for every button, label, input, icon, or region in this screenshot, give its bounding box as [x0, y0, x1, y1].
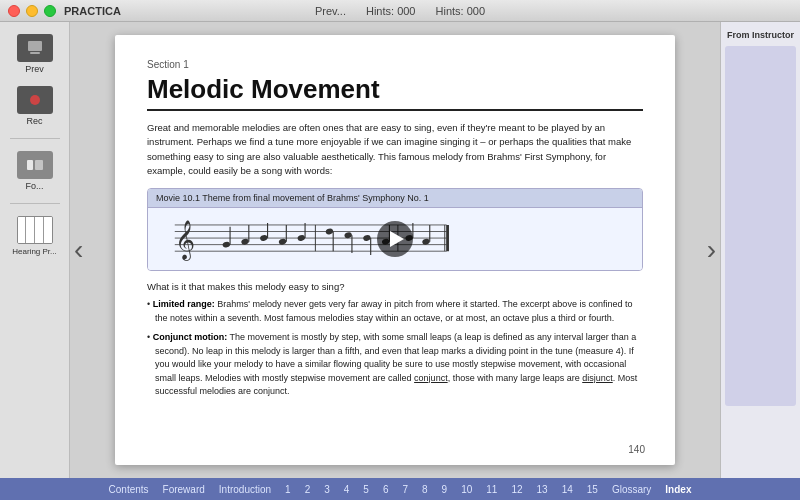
- nav-12[interactable]: 12: [508, 484, 525, 495]
- nav-14[interactable]: 14: [559, 484, 576, 495]
- record-icon: [17, 86, 53, 114]
- instructor-content-block: [725, 46, 796, 406]
- nav-11[interactable]: 11: [483, 484, 500, 495]
- svg-rect-4: [35, 160, 43, 170]
- app-name: PRACTICA: [64, 5, 121, 17]
- left-sidebar: Prev Rec Fo...: [0, 22, 70, 478]
- nav-10[interactable]: 10: [458, 484, 475, 495]
- title-bar: PRACTICA Prev... Hints: 000 Hints: 000: [0, 0, 800, 22]
- content-area: ‹ Section 1 Melodic Movement Great and m…: [70, 22, 720, 478]
- bullet-2-term: Conjunct motion:: [153, 332, 227, 342]
- svg-rect-0: [28, 41, 42, 51]
- svg-rect-3: [27, 160, 33, 170]
- sidebar-divider-2: [10, 203, 60, 204]
- nav-8[interactable]: 8: [419, 484, 431, 495]
- bullet-item-1: • Limited range: Brahms' melody never ge…: [147, 298, 643, 325]
- nav-15[interactable]: 15: [584, 484, 601, 495]
- main-container: Prev Rec Fo...: [0, 22, 800, 478]
- page-number: 140: [628, 444, 645, 455]
- title-bar-center: Prev... Hints: 000 Hints: 000: [315, 5, 485, 17]
- sidebar-item-hearing[interactable]: Hearing Pr...: [5, 212, 65, 260]
- music-box: Movie 10.1 Theme from final movement of …: [147, 188, 643, 271]
- from-instructor-label: From Instructor: [725, 30, 796, 40]
- svg-point-11: [222, 241, 231, 248]
- follow-icon: [17, 151, 53, 179]
- disjunct-term: disjunct: [582, 373, 613, 383]
- nav-contents[interactable]: Contents: [106, 484, 152, 495]
- play-icon: [390, 231, 404, 247]
- page-content: Section 1 Melodic Movement Great and mem…: [115, 35, 675, 465]
- next-page-button[interactable]: ›: [707, 234, 716, 266]
- nav-2[interactable]: 2: [302, 484, 314, 495]
- nav-4[interactable]: 4: [341, 484, 353, 495]
- nav-index[interactable]: Index: [662, 484, 694, 495]
- hints-label: Hints: 000: [435, 5, 485, 17]
- close-button[interactable]: [8, 5, 20, 17]
- page-title: Melodic Movement: [147, 74, 643, 111]
- nav-1[interactable]: 1: [282, 484, 294, 495]
- bullet-item-2: • Conjunct motion: The movement is mostl…: [147, 331, 643, 399]
- nav-foreward[interactable]: Foreward: [160, 484, 208, 495]
- prev-label: Prev...: [315, 5, 346, 17]
- conjunct-term: conjunct: [414, 373, 448, 383]
- sidebar-item-prev[interactable]: Prev: [5, 30, 65, 78]
- svg-rect-1: [30, 52, 40, 54]
- maximize-button[interactable]: [44, 5, 56, 17]
- svg-point-26: [363, 235, 372, 242]
- svg-point-15: [259, 235, 268, 242]
- traffic-lights: [8, 5, 56, 17]
- nav-5[interactable]: 5: [360, 484, 372, 495]
- movie-label: Movie 10.1 Theme from final movement of …: [148, 189, 642, 208]
- nav-3[interactable]: 3: [321, 484, 333, 495]
- next-label: Hints: 000: [366, 5, 416, 17]
- right-sidebar: From Instructor: [720, 22, 800, 478]
- sidebar-item-follow[interactable]: Fo...: [5, 147, 65, 195]
- prev-page-button[interactable]: ‹: [74, 234, 83, 266]
- bullet-1-term: Limited range:: [153, 299, 215, 309]
- nav-7[interactable]: 7: [399, 484, 411, 495]
- play-button[interactable]: [377, 221, 413, 257]
- intro-text: Great and memorable melodies are often o…: [147, 121, 643, 178]
- nav-6[interactable]: 6: [380, 484, 392, 495]
- svg-point-19: [297, 235, 306, 242]
- music-box-body: 𝄞: [148, 208, 642, 270]
- minimize-button[interactable]: [26, 5, 38, 17]
- piano-icon: [17, 216, 53, 244]
- nav-13[interactable]: 13: [534, 484, 551, 495]
- svg-point-22: [325, 228, 334, 235]
- nav-glossary[interactable]: Glossary: [609, 484, 654, 495]
- bottom-nav: Contents Foreward Introduction 1 2 3 4 5…: [0, 478, 800, 500]
- bullet-1-text: Brahms' melody never gets very far away …: [155, 299, 632, 323]
- sidebar-divider: [10, 138, 60, 139]
- nav-introduction[interactable]: Introduction: [216, 484, 274, 495]
- page-question: What is it that makes this melody easy t…: [147, 281, 643, 292]
- prev-icon: [17, 34, 53, 62]
- svg-point-2: [30, 95, 40, 105]
- sidebar-item-rec[interactable]: Rec: [5, 82, 65, 130]
- section-label: Section 1: [147, 59, 643, 70]
- svg-text:𝄞: 𝄞: [175, 220, 195, 261]
- nav-9[interactable]: 9: [439, 484, 451, 495]
